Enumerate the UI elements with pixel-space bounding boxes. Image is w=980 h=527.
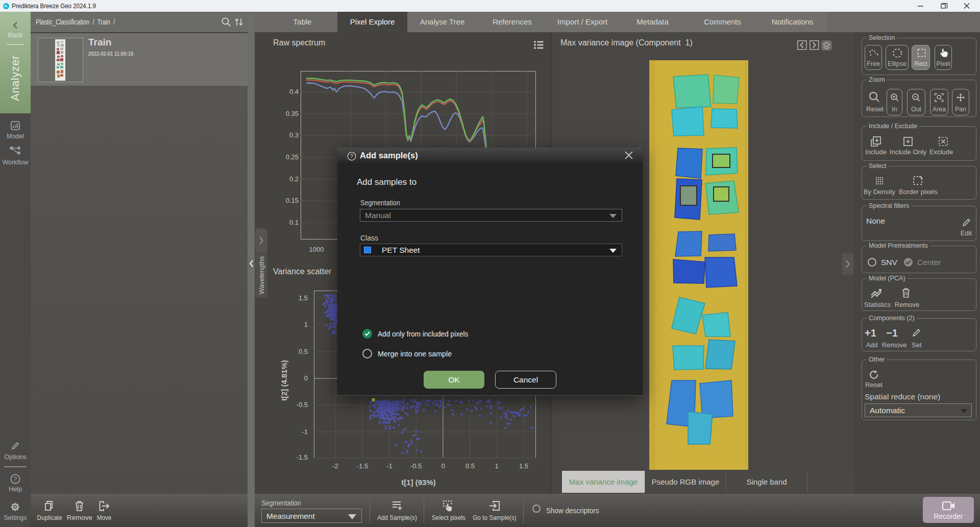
- svg-text:?: ?: [350, 154, 353, 159]
- svg-text:?: ?: [14, 476, 17, 482]
